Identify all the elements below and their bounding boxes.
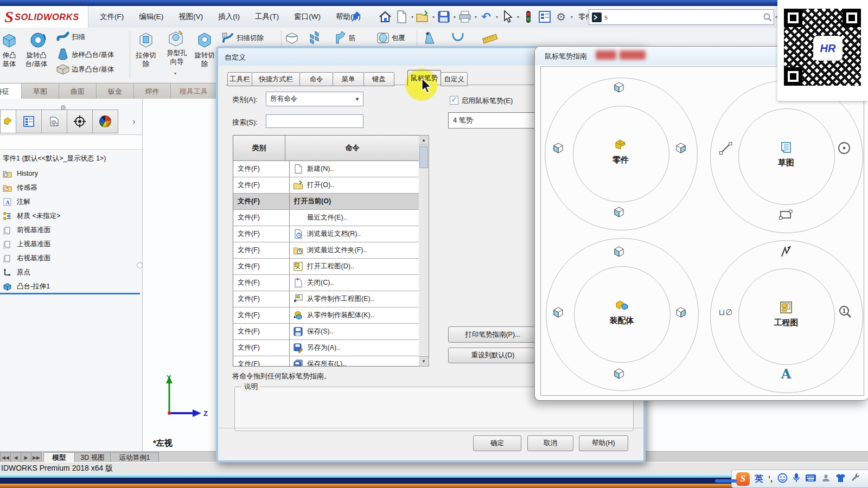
pattern-icon[interactable]: [308, 31, 323, 45]
dialog-tab-toolbars[interactable]: 工具栏: [227, 72, 252, 86]
zoom-magnifier-icon[interactable]: 1: [837, 304, 853, 323]
wrap-icon[interactable]: [375, 31, 391, 45]
boundary-boss-label[interactable]: 边界凸台/基体: [72, 65, 114, 74]
extrude-cut-label[interactable]: 拉伸切 除: [132, 52, 159, 68]
sketch-line-icon[interactable]: [718, 140, 734, 158]
reset-to-default-button[interactable]: 重设到默认(D): [448, 348, 538, 363]
rollback-bar[interactable]: [0, 293, 140, 294]
rib-icon[interactable]: [333, 30, 347, 46]
tab-nav-first[interactable]: ◀◀: [0, 452, 11, 463]
tab-motion-study[interactable]: 运动算例1: [110, 452, 159, 463]
menu-window[interactable]: 窗口(W): [286, 6, 328, 28]
menu-file[interactable]: 文件(F): [92, 6, 131, 28]
tab-nav-next[interactable]: ▶: [21, 452, 31, 463]
curve-icon[interactable]: [450, 31, 465, 45]
dialog-tab-commands[interactable]: 命令: [299, 72, 333, 86]
select-caret[interactable]: ▾: [517, 15, 519, 20]
table-row[interactable]: 文件(F) 保存(S)..: [233, 324, 419, 340]
hole-wizard-icon[interactable]: [166, 29, 186, 49]
sketch-rectangle-icon[interactable]: [778, 207, 794, 225]
view-cube-icon[interactable]: [611, 365, 627, 384]
loft-boss-icon[interactable]: [56, 47, 69, 61]
table-row-selected[interactable]: 文件(F) 打开当前(O): [233, 194, 419, 210]
table-scrollbar[interactable]: ▲ ▼: [419, 135, 429, 367]
fillet-icon[interactable]: [284, 31, 299, 45]
view-cube-icon[interactable]: [550, 304, 566, 323]
boundary-boss-icon[interactable]: [55, 62, 71, 75]
table-row[interactable]: 文件(F) 关闭(C)..: [233, 275, 419, 291]
sweep-icon[interactable]: [56, 30, 70, 43]
rib-label[interactable]: 筋: [349, 34, 356, 43]
view-cube-icon[interactable]: [673, 304, 689, 323]
help-button[interactable]: 帮助(H): [579, 435, 628, 451]
zigzag-line-icon[interactable]: [778, 243, 794, 262]
menu-help[interactable]: 帮助(H): [328, 6, 368, 28]
extrude-cut-icon[interactable]: [137, 31, 155, 49]
ime-skin-icon[interactable]: [835, 473, 846, 485]
configuration-manager-tab[interactable]: [41, 110, 67, 133]
open-caret[interactable]: ▾: [432, 15, 435, 20]
cancel-button[interactable]: 取消: [527, 435, 573, 451]
ime-toolbox-icon[interactable]: [851, 473, 859, 484]
menu-view[interactable]: 视图(V): [171, 6, 210, 28]
menu-tools[interactable]: 工具(T): [247, 6, 286, 28]
splitter-handle[interactable]: [137, 262, 143, 268]
scrollbar-down-arrow[interactable]: ▼: [419, 356, 429, 366]
view-cube-icon[interactable]: [611, 243, 627, 262]
ime-language-toggle[interactable]: 英: [755, 473, 763, 485]
extrude-boss-icon[interactable]: [1, 32, 17, 49]
tree-item-annotations[interactable]: A 注解: [3, 195, 141, 208]
tab-model[interactable]: 模型: [43, 452, 75, 463]
table-row[interactable]: 文件(F) 打开(O)..: [233, 177, 419, 194]
select-cursor-icon[interactable]: [500, 10, 514, 24]
draft-icon[interactable]: [423, 30, 437, 46]
ime-microphone-icon[interactable]: [793, 473, 800, 485]
search-input-value[interactable]: s: [604, 14, 608, 21]
revolve-cut-icon[interactable]: [195, 31, 214, 49]
menu-insert[interactable]: 插入(I): [210, 6, 247, 28]
hide-show-icon[interactable]: ⊔∅: [716, 306, 736, 319]
panel-expand-chevron[interactable]: ›: [128, 113, 140, 129]
open-icon[interactable]: [416, 10, 430, 24]
tab-sheet-metal[interactable]: 钣金: [96, 83, 134, 99]
undo-icon[interactable]: ↶: [479, 10, 493, 24]
tree-item-right-plane[interactable]: 右视基准面: [3, 252, 141, 265]
wrap-label[interactable]: 包覆: [392, 34, 405, 43]
table-row[interactable]: 文件(F) 最近文件(E)..: [233, 210, 419, 226]
sweep-label[interactable]: 扫描: [72, 33, 85, 42]
new-file-icon[interactable]: [394, 10, 409, 24]
table-row[interactable]: 文件(F) 从零件制作装配体(K)..: [233, 307, 419, 324]
hole-wizard-caret[interactable]: ▾: [174, 71, 176, 76]
search-bar[interactable]: s: [589, 9, 774, 25]
feature-tree-tab[interactable]: [0, 110, 16, 133]
tab-sketch[interactable]: 草图: [21, 83, 59, 99]
dialog-tab-shortcut-bars[interactable]: 快捷方式栏: [252, 72, 300, 86]
scrollbar-thumb[interactable]: [419, 146, 428, 168]
tab-weldments[interactable]: 焊件: [133, 83, 171, 99]
dialog-search-input[interactable]: [266, 114, 363, 128]
save-icon[interactable]: [437, 10, 451, 24]
dialog-tab-customize[interactable]: 自定义: [441, 72, 468, 86]
table-row[interactable]: 文件(F) 保存所有(L)..: [233, 356, 419, 367]
column-header-category[interactable]: 类别: [233, 136, 285, 160]
ime-keyboard-icon[interactable]: [805, 474, 816, 484]
tree-item-material[interactable]: 材质 <未指定>: [3, 209, 141, 222]
tree-item-origin[interactable]: 原点: [3, 266, 141, 279]
tab-nav-prev[interactable]: ◀: [10, 452, 21, 463]
menu-edit[interactable]: 编辑(E): [131, 6, 171, 28]
pin-icon[interactable]: [350, 10, 362, 25]
sketch-circle-icon[interactable]: [836, 140, 852, 158]
tab-mold-tools[interactable]: 模具工具: [170, 83, 217, 99]
ime-profile-icon[interactable]: [821, 473, 831, 485]
tab-features[interactable]: 特征: [0, 83, 22, 99]
view-cube-icon[interactable]: [550, 140, 566, 158]
enable-gestures-checkbox[interactable]: ✓: [450, 96, 458, 105]
tab-surfaces[interactable]: 曲面: [59, 83, 97, 99]
rebuild-traffic-light-icon[interactable]: [521, 10, 535, 24]
save-caret[interactable]: ▾: [454, 15, 456, 20]
view-cube-icon[interactable]: [611, 79, 627, 98]
gear-caret[interactable]: ▾: [571, 15, 573, 20]
display-manager-tab[interactable]: [92, 110, 118, 133]
ime-punctuation-toggle[interactable]: ’,: [768, 474, 773, 483]
category-dropdown[interactable]: 所有命令 ▼: [266, 92, 363, 106]
